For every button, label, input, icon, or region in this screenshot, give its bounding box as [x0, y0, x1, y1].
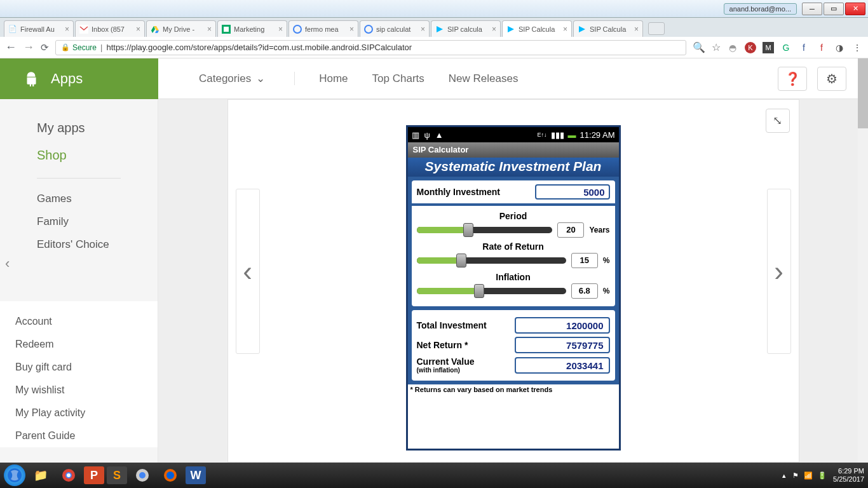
ror-value[interactable]: 15 [571, 253, 598, 268]
minimize-button[interactable]: ─ [802, 3, 822, 15]
network-tray-icon[interactable]: 📶 [804, 471, 813, 480]
close-icon[interactable]: × [563, 25, 567, 34]
settings-button[interactable]: ⚙ [817, 67, 846, 91]
drive-ext-icon[interactable]: ◓ [727, 42, 738, 53]
url-text: https://play.google.com/store/apps/detai… [106, 43, 412, 52]
tab-marketing[interactable]: Marketing× [217, 20, 287, 37]
flag-tray-icon[interactable]: ⚑ [792, 471, 799, 480]
sidebar-account[interactable]: Account [15, 310, 142, 333]
categories-dropdown[interactable]: Categories⌄ [199, 72, 295, 85]
tab-fermo[interactable]: fermo mea× [288, 20, 358, 37]
google-icon [293, 25, 302, 34]
bookmark-star-icon[interactable]: ☆ [712, 41, 721, 53]
inflation-slider[interactable] [417, 288, 566, 294]
ext-pushbullet-icon[interactable]: ◑ [834, 42, 845, 53]
close-icon[interactable]: × [278, 25, 283, 34]
ext-f-icon[interactable]: f [816, 42, 827, 53]
play-icon [435, 25, 444, 34]
start-button[interactable] [4, 464, 25, 486]
back-button[interactable]: ← [5, 41, 17, 54]
close-icon[interactable]: × [136, 25, 140, 34]
svg-point-14 [67, 473, 71, 477]
ror-unit: % [603, 256, 610, 265]
close-button[interactable]: ✕ [845, 3, 865, 15]
play-header: Apps Categories⌄ Home Top Charts New Rel… [0, 58, 868, 99]
content-area: ⤡ ‹ › ▥ ψ ▲ E↑↓ ▮▮▮ ▬ 11:29 AM [158, 99, 868, 463]
tray-up-icon[interactable]: ▴ [782, 471, 786, 480]
close-icon[interactable]: × [492, 25, 496, 34]
tab-inbox[interactable]: Inbox (857× [75, 20, 145, 37]
sidebar-gift-card[interactable]: Buy gift card [15, 356, 142, 379]
ror-slider[interactable] [417, 257, 566, 264]
close-icon[interactable]: × [421, 25, 425, 34]
user-badge[interactable]: anand.borad@mo... [724, 3, 797, 15]
tab-sip-3[interactable]: SIP Calcula× [573, 20, 643, 37]
reload-button[interactable]: ⟳ [41, 42, 49, 53]
chrome-app-taskbar-icon[interactable] [130, 465, 155, 485]
close-icon[interactable]: × [65, 25, 69, 34]
tab-sip-search[interactable]: sip calculat× [360, 20, 430, 37]
tab-sip-1[interactable]: SIP calcula× [431, 20, 501, 37]
word-taskbar-icon[interactable]: W [186, 466, 206, 484]
maximize-button[interactable]: ▭ [824, 3, 844, 15]
chrome-taskbar-icon[interactable] [56, 465, 81, 485]
close-icon[interactable]: × [349, 25, 354, 34]
taskbar-clock[interactable]: 6:29 PM 5/25/2017 [833, 467, 864, 484]
play-nav: Categories⌄ Home Top Charts New Releases [199, 72, 518, 85]
tab-drive[interactable]: My Drive -× [146, 20, 216, 37]
url-input[interactable]: 🔒Secure | https://play.google.com/store/… [55, 40, 686, 55]
sidebar-parent-guide[interactable]: Parent Guide [15, 424, 142, 447]
apps-home-button[interactable]: Apps [0, 58, 158, 99]
prev-screenshot-button[interactable]: ‹ [236, 189, 260, 354]
sidebar-redeem[interactable]: Redeem [15, 333, 142, 356]
close-icon[interactable]: × [634, 25, 639, 34]
inflation-value[interactable]: 6.8 [571, 283, 598, 299]
scroll-thumb[interactable] [858, 58, 868, 128]
sidebar-my-apps[interactable]: My apps [37, 114, 121, 142]
forward-button[interactable]: → [23, 41, 34, 54]
sidebar-wishlist[interactable]: My wishlist [15, 379, 142, 402]
gear-icon: ⚙ [826, 71, 837, 86]
sidebar-collapse-icon[interactable]: ‹ [5, 255, 10, 272]
sidebar-editors-choice[interactable]: Editors' Choice [37, 233, 121, 256]
play-body: ‹ My apps Shop Games Family Editors' Cho… [0, 99, 868, 463]
gmail-icon [79, 25, 88, 34]
zoom-icon[interactable]: 🔍 [693, 41, 705, 53]
sublime-taskbar-icon[interactable]: S [107, 466, 127, 484]
sidebar-family[interactable]: Family [37, 210, 121, 233]
monthly-input[interactable]: 5000 [535, 184, 610, 200]
tab-sip-2[interactable]: SIP Calcula× [502, 20, 572, 37]
inflation-label: Inflation [417, 272, 610, 282]
nav-new-releases[interactable]: New Releases [449, 72, 519, 85]
powerpoint-taskbar-icon[interactable]: P [84, 466, 104, 484]
sidebar-play-activity[interactable]: My Play activity [15, 402, 142, 424]
usb-icon: ψ [424, 130, 430, 140]
help-button[interactable]: ❓ [778, 67, 807, 91]
ext-g-icon[interactable]: G [780, 42, 792, 53]
explorer-taskbar-icon[interactable]: 📁 [28, 465, 53, 485]
screenshot-gallery: ⤡ ‹ › ▥ ψ ▲ E↑↓ ▮▮▮ ▬ 11:29 AM [227, 99, 799, 463]
firefox-taskbar-icon[interactable] [158, 465, 183, 485]
sidebar-games[interactable]: Games [37, 187, 121, 210]
ext-k-icon[interactable]: K [745, 42, 756, 53]
period-slider[interactable] [417, 227, 553, 233]
nav-top-charts[interactable]: Top Charts [372, 72, 424, 85]
close-icon[interactable]: × [207, 25, 212, 34]
extension-icons: ◓ K M G f f ◑ ⋮ [727, 42, 863, 53]
battery-tray-icon[interactable]: 🔋 [818, 471, 827, 480]
new-tab-button[interactable] [648, 22, 665, 35]
tab-firewall[interactable]: 📄Firewall Au× [4, 20, 74, 37]
app-bar: SIP Calculator [408, 142, 619, 158]
period-value[interactable]: 20 [557, 222, 584, 238]
exit-fullscreen-button[interactable]: ⤡ [766, 109, 790, 133]
ext-m-icon[interactable]: M [763, 42, 774, 53]
next-screenshot-button[interactable]: › [767, 189, 791, 354]
page-scrollbar[interactable] [858, 58, 868, 463]
sidebar-shop[interactable]: Shop [37, 142, 121, 169]
menu-icon[interactable]: ⋮ [851, 42, 863, 53]
chevron-right-icon: › [774, 255, 783, 287]
drive-icon [151, 25, 159, 34]
nav-home[interactable]: Home [319, 72, 348, 85]
facebook-icon[interactable]: f [798, 42, 810, 53]
net-value: 7579775 [515, 337, 610, 353]
